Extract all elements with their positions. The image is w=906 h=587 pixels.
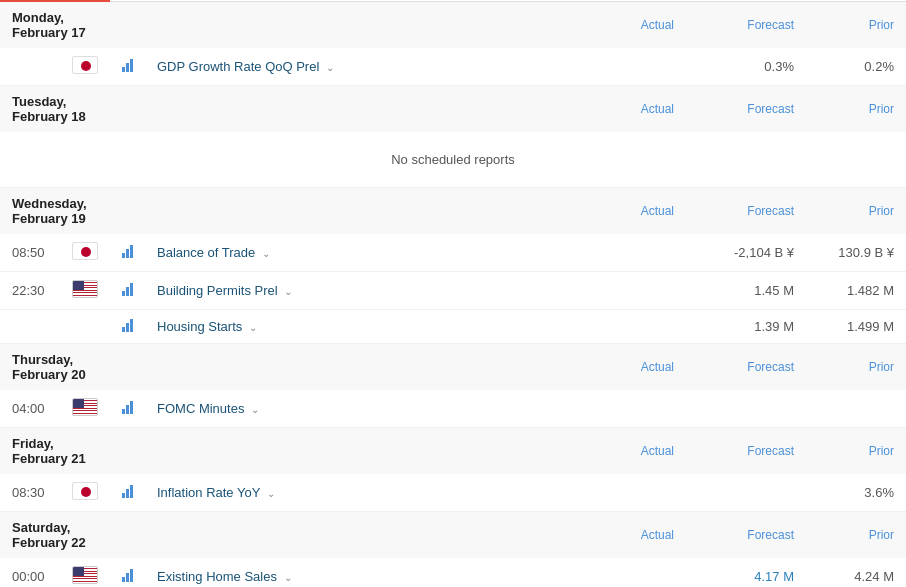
col-event xyxy=(145,1,566,48)
day-header-row: Wednesday, February 19 Actual Forecast P… xyxy=(0,188,906,235)
event-name-cell: Housing Starts ⌄ xyxy=(145,310,566,344)
flag-japan xyxy=(72,242,98,260)
event-dropdown-arrow[interactable]: ⌄ xyxy=(284,286,292,297)
event-name-cell: Balance of Trade ⌄ xyxy=(145,234,566,272)
event-chart xyxy=(110,272,145,310)
col-event xyxy=(145,428,566,475)
event-time: 08:30 xyxy=(0,474,60,512)
event-name-link[interactable]: Balance of Trade xyxy=(157,245,255,260)
flag-usa xyxy=(72,398,98,416)
col-actual-label: Actual xyxy=(566,428,686,475)
event-prior: 0.2% xyxy=(806,48,906,86)
event-flag xyxy=(60,234,110,272)
day-header-row: Saturday, February 22 Actual Forecast Pr… xyxy=(0,512,906,559)
event-forecast xyxy=(686,390,806,428)
event-name-cell: Building Permits Prel ⌄ xyxy=(145,272,566,310)
day-header-row: Tuesday, February 18 Actual Forecast Pri… xyxy=(0,86,906,133)
col-prior-label: Prior xyxy=(806,1,906,48)
chart-icon xyxy=(122,282,133,296)
col-event xyxy=(145,188,566,235)
col-spacer xyxy=(110,1,145,48)
flag-usa xyxy=(72,280,98,298)
event-name-link[interactable]: GDP Growth Rate QoQ Prel xyxy=(157,59,319,74)
day-date: Thursday, February 20 xyxy=(0,344,110,391)
col-prior-label: Prior xyxy=(806,188,906,235)
event-dropdown-arrow[interactable]: ⌄ xyxy=(267,488,275,499)
col-actual-label: Actual xyxy=(566,344,686,391)
event-flag xyxy=(60,48,110,86)
event-dropdown-arrow[interactable]: ⌄ xyxy=(249,322,257,333)
col-spacer xyxy=(110,344,145,391)
event-forecast: -2,104 B ¥ xyxy=(686,234,806,272)
event-flag xyxy=(60,390,110,428)
event-flag xyxy=(60,272,110,310)
col-prior-label: Prior xyxy=(806,86,906,133)
event-prior xyxy=(806,390,906,428)
event-row: 22:30 Building Permits Prel ⌄ 1.45 M 1.4… xyxy=(0,272,906,310)
event-name-cell: FOMC Minutes ⌄ xyxy=(145,390,566,428)
event-prior: 1.499 M xyxy=(806,310,906,344)
chart-icon xyxy=(122,400,133,414)
event-forecast: 1.39 M xyxy=(686,310,806,344)
event-name-link[interactable]: FOMC Minutes xyxy=(157,401,244,416)
event-time: 04:00 xyxy=(0,390,60,428)
col-forecast-label: Forecast xyxy=(686,512,806,559)
col-spacer xyxy=(110,188,145,235)
col-spacer xyxy=(110,428,145,475)
event-name-cell: Existing Home Sales ⌄ xyxy=(145,558,566,587)
event-actual xyxy=(566,234,686,272)
col-actual-label: Actual xyxy=(566,512,686,559)
event-name-link[interactable]: Existing Home Sales xyxy=(157,569,277,584)
event-name-cell: GDP Growth Rate QoQ Prel ⌄ xyxy=(145,48,566,86)
col-forecast-label: Forecast xyxy=(686,344,806,391)
event-chart xyxy=(110,234,145,272)
event-row: Housing Starts ⌄ 1.39 M 1.499 M xyxy=(0,310,906,344)
event-actual xyxy=(566,390,686,428)
day-header-row: Thursday, February 20 Actual Forecast Pr… xyxy=(0,344,906,391)
col-forecast-label: Forecast xyxy=(686,1,806,48)
event-name-link[interactable]: Building Permits Prel xyxy=(157,283,278,298)
event-actual xyxy=(566,48,686,86)
event-actual xyxy=(566,558,686,587)
event-time xyxy=(0,48,60,86)
col-actual-label: Actual xyxy=(566,86,686,133)
event-flag xyxy=(60,558,110,587)
event-name-link[interactable]: Housing Starts xyxy=(157,319,242,334)
day-date: Monday, February 17 xyxy=(0,1,110,48)
chart-icon xyxy=(122,58,133,72)
event-actual xyxy=(566,272,686,310)
col-prior-label: Prior xyxy=(806,428,906,475)
col-prior-label: Prior xyxy=(806,344,906,391)
flag-japan xyxy=(72,56,98,74)
chart-icon xyxy=(122,318,133,332)
chart-icon xyxy=(122,244,133,258)
event-dropdown-arrow[interactable]: ⌄ xyxy=(262,248,270,259)
day-date: Tuesday, February 18 xyxy=(0,86,110,133)
event-actual xyxy=(566,474,686,512)
event-dropdown-arrow[interactable]: ⌄ xyxy=(284,572,292,583)
event-prior: 130.9 B ¥ xyxy=(806,234,906,272)
day-date: Saturday, February 22 xyxy=(0,512,110,559)
event-chart xyxy=(110,474,145,512)
col-actual-label: Actual xyxy=(566,188,686,235)
col-actual-label: Actual xyxy=(566,1,686,48)
event-prior: 1.482 M xyxy=(806,272,906,310)
event-forecast: 4.17 M xyxy=(686,558,806,587)
event-forecast xyxy=(686,474,806,512)
event-row: GDP Growth Rate QoQ Prel ⌄ 0.3% 0.2% xyxy=(0,48,906,86)
no-events-text: No scheduled reports xyxy=(0,132,906,188)
event-chart xyxy=(110,48,145,86)
event-forecast: 0.3% xyxy=(686,48,806,86)
event-time: 22:30 xyxy=(0,272,60,310)
col-spacer xyxy=(110,512,145,559)
day-date: Friday, February 21 xyxy=(0,428,110,475)
col-spacer xyxy=(110,86,145,133)
event-name-link[interactable]: Inflation Rate YoY xyxy=(157,485,260,500)
col-forecast-label: Forecast xyxy=(686,86,806,133)
event-dropdown-arrow[interactable]: ⌄ xyxy=(326,62,334,73)
event-row: 00:00 Existing Home Sales ⌄ 4.17 M 4.24 … xyxy=(0,558,906,587)
flag-usa xyxy=(72,566,98,584)
event-actual xyxy=(566,310,686,344)
event-dropdown-arrow[interactable]: ⌄ xyxy=(251,404,259,415)
col-forecast-label: Forecast xyxy=(686,188,806,235)
